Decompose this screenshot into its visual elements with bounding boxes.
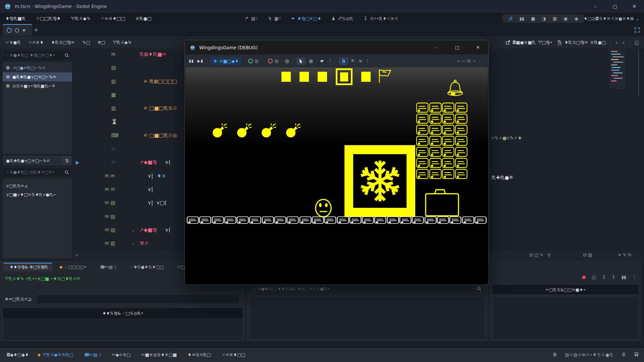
menu-item[interactable]: ☜≏♓♦□□ xyxy=(101,16,125,21)
script-menu-item[interactable]: ♈♏♌◆♑ xyxy=(113,40,132,45)
game-window[interactable]: WingdingsGame (DEBUG) – □ ✕ ▮▮ ▶▮ ❖ ♓■□◆… xyxy=(184,40,489,285)
filter-stack-variables-input[interactable]: ☞♓●♦♏□ ♦♦♋♍& ❖♋□♓♋♌●♏• xyxy=(251,284,484,293)
script-menu-item[interactable]: ❄□ xyxy=(98,40,105,45)
bottom-panel-button[interactable]: ☜≏♓♦□□ xyxy=(220,352,245,357)
history-forward-button[interactable]: › xyxy=(623,39,625,46)
window-minimize-button[interactable]: – xyxy=(586,0,605,13)
filter-scripts-input[interactable]: ☞♓●♦♏□ ♦♍□♓□♦• xyxy=(3,50,72,60)
debug-control-button[interactable]: ◱ xyxy=(592,275,596,280)
script-menu-item[interactable]: ♑□ xyxy=(82,40,90,45)
bottom-panel-button[interactable]: ✄◆≏♓□ xyxy=(110,352,131,357)
debug-control-button[interactable]: ▮▮ xyxy=(622,275,626,280)
game-window-titlebar[interactable]: WingdingsGame (DEBUG) – □ ✕ xyxy=(185,40,488,55)
script-list-item[interactable]: ●♏✚♏●⋎□♓□⌐♑≏ xyxy=(3,72,72,81)
pause-button[interactable]: ▮▮ xyxy=(189,59,194,63)
playback-button[interactable]: ◨ xyxy=(542,16,546,21)
new-scene-tab-button[interactable]: + xyxy=(34,26,39,33)
more-options-icon[interactable]: ⋮ xyxy=(365,59,370,63)
fold-chevron-icon[interactable]: ⌄ xyxy=(131,228,135,233)
menu-item[interactable]: ♦♍♏■♏ xyxy=(5,16,26,21)
playback-button[interactable]: ◉ xyxy=(575,16,578,21)
playback-button[interactable]: ▦ xyxy=(553,16,557,21)
menu-item[interactable]: ⚐□□♏♍♦ xyxy=(36,16,61,21)
bottom-panel-button[interactable]: ✄■♓◎♋♦♓□■ xyxy=(140,352,177,357)
notifications-bell-icon[interactable] xyxy=(552,352,557,358)
dock-icons-group1[interactable]: ⊟◫✎ ♀ xyxy=(529,252,552,257)
pan-hand-button[interactable]: ☛ xyxy=(320,58,325,64)
scrollbar-thumb[interactable] xyxy=(638,50,639,97)
method-list-item[interactable]: ⋎□■⋎♦□≏♋♦♏⋎●♏⌐ xyxy=(3,190,72,199)
input-mode-toggle[interactable]: ❖ ♓■□◆♦ xyxy=(210,57,242,65)
filter-methods-input[interactable]: ☞♓●♦♏□ ◎♏♦♒□≏• xyxy=(3,167,72,177)
pin-icon[interactable] xyxy=(621,352,626,357)
game-viewport[interactable] xyxy=(185,67,488,285)
thread-select[interactable] xyxy=(36,294,239,304)
stack-variables-list[interactable] xyxy=(250,296,485,340)
code-minimap[interactable] xyxy=(610,49,625,89)
bottom-panel-button[interactable]: ● ♈♏♌◆♑♑♏□ xyxy=(38,352,73,357)
fit-window-button[interactable]: ⇱ xyxy=(351,59,355,63)
script-menu-item[interactable]: ♦♏♋□♍♒ xyxy=(51,40,75,45)
camera-override-button[interactable] xyxy=(339,58,348,64)
scene-tab-m-tscn[interactable]: ✕ xyxy=(3,24,32,36)
debugger-tab[interactable]: ☞✚♋●♦♋♦□□ xyxy=(123,263,168,271)
script-menu-item[interactable]: ☞♓●♏ xyxy=(5,40,21,45)
playback-button[interactable]: ↺ xyxy=(508,16,513,22)
bottom-panel-button[interactable]: ♦♒♋≏♏□ xyxy=(185,352,211,357)
next-frame-button[interactable]: ▶▮ xyxy=(197,59,203,63)
breakpoints-list[interactable] xyxy=(492,296,639,340)
game-close-button[interactable]: ✕ xyxy=(468,40,488,55)
workspace-tab[interactable]: ↧ ♋••♏♦☜♓♌ xyxy=(364,16,398,21)
more-options-icon[interactable]: ⋮ xyxy=(328,59,332,63)
scene-tab-close-icon[interactable]: ✕ xyxy=(22,28,26,33)
code-scrollbar[interactable] xyxy=(638,49,639,250)
debug-control-button[interactable]: ⋮ xyxy=(632,275,637,280)
bottom-panel-button-label: ♈♏♌◆♑♑♏□ xyxy=(43,352,73,357)
workspace-tab[interactable]: ✒ ♦♍□♓□♦ xyxy=(291,16,321,21)
dock-icons-group3[interactable]: ✳✎↻ xyxy=(618,252,633,257)
distraction-free-icon[interactable] xyxy=(634,27,640,33)
search-help-button[interactable]: DOC ♦♏♋□♍♒ ♓♏●□ xyxy=(557,40,606,45)
playback-button[interactable]: ■ xyxy=(531,16,535,21)
script-list-item[interactable]: ◎♋♓■⋎•♍♏■♏⌐≝ xyxy=(3,81,72,90)
dock-icons-group2[interactable]: ⊟▤ xyxy=(583,252,593,257)
online-docs-button[interactable]: ◘■●♓■♏ ♈□♍• xyxy=(505,40,552,45)
debugger-tab[interactable]: ● ☞□□□□• xyxy=(55,263,91,271)
history-back-button[interactable]: ‹ xyxy=(615,39,618,46)
bottom-panel-button[interactable]: ◘◆♦□◆♦ xyxy=(5,352,29,357)
collapse-panel-button[interactable]: ‹ xyxy=(76,252,78,258)
embed-options-icons[interactable]: ⊲▭⌧▭⋮ xyxy=(457,55,483,67)
game-maximize-button[interactable]: □ xyxy=(447,40,468,55)
fold-chevron-icon[interactable]: ⌄ xyxy=(131,241,135,246)
game-minimize-button[interactable]: – xyxy=(426,40,447,55)
debugger-tab[interactable]: ☎✂▤☽ xyxy=(94,263,121,271)
fullscreen-button[interactable]: ⇲ xyxy=(358,59,362,63)
workspace-tab[interactable]: ↱ ▤☟ xyxy=(245,16,258,21)
workspace-tab-icon: ↧ xyxy=(364,16,368,21)
window-close-button[interactable]: ✕ xyxy=(625,0,644,13)
method-list-item[interactable]: ⋎□♏♋≏⊿ xyxy=(3,181,72,190)
playback-button[interactable]: ▮▮ xyxy=(520,16,524,21)
script-list-item[interactable]: ↗□●≏♏□⌐♑≏ xyxy=(3,63,72,72)
workspace-tab[interactable]: ♟ ♐♋◎♏ xyxy=(331,16,354,21)
debug-control-button[interactable]: ↥ xyxy=(612,275,615,280)
pick-target-icon[interactable]: ◎ xyxy=(285,58,289,64)
playback-button[interactable]: ▣ xyxy=(564,16,568,21)
bottom-panel-button[interactable]: ☎✂▤☽ xyxy=(82,352,101,357)
select-list-button[interactable]: ▤ xyxy=(309,59,313,63)
renderer-select[interactable]: ♦□◎◘♋♦♓♌♓●♓♦⊠ ⌄ xyxy=(584,13,639,24)
menu-item[interactable]: ♓♏●□ xyxy=(135,16,152,21)
sort-methods-button[interactable]: ⇅ xyxy=(63,156,71,165)
workspace-tab[interactable]: ↯ ▦☟ xyxy=(268,16,281,21)
debugger-tab[interactable]: ♦♦♋♍& ❄□♋♍♏ xyxy=(3,263,52,271)
script-menu-item[interactable]: ☜≏♓♦ xyxy=(28,40,44,45)
menu-item[interactable]: ♈♏♌◆♑ xyxy=(71,16,91,21)
debug-control-button[interactable]: ↧ xyxy=(602,275,606,280)
expand-bottom-panel-icon[interactable] xyxy=(634,352,639,357)
select-mode-button[interactable] xyxy=(297,58,306,65)
mode-3d-toggle[interactable]: ▤ xyxy=(265,57,281,65)
debug-control-button[interactable]: ● xyxy=(582,274,586,280)
mode-2d-toggle[interactable]: ▤ xyxy=(245,57,262,65)
window-maximize-button[interactable]: ▢ xyxy=(605,0,625,13)
make-floating-button[interactable]: ◱ xyxy=(635,40,639,46)
